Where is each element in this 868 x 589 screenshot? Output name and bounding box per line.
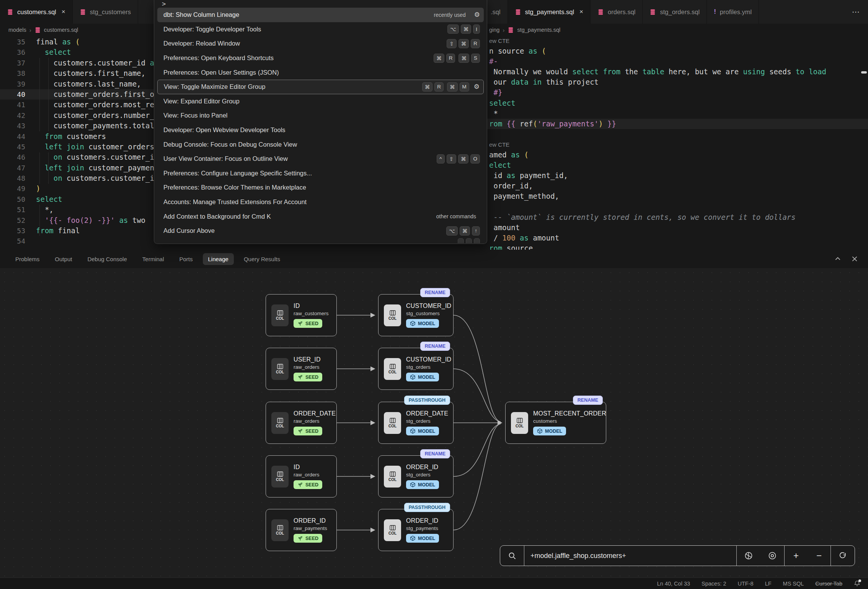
line-number: 42 bbox=[0, 110, 25, 121]
database-icon bbox=[515, 9, 521, 15]
tab-stg-orders.sql[interactable]: stg_orders.sql bbox=[643, 0, 707, 24]
lineage-node-raw_customers-id[interactable]: COLIDraw_customersSEED bbox=[266, 294, 337, 336]
edge-type-badge: RENAME bbox=[420, 342, 450, 351]
command-palette-input[interactable]: > bbox=[154, 0, 487, 8]
cube-icon bbox=[410, 482, 416, 488]
palette-item[interactable]: Developer: Toggle Developer Tools⌥⌘I bbox=[157, 22, 484, 37]
gear-icon[interactable]: ⚙ bbox=[474, 11, 480, 19]
lineage-node-stg_customers-customer_id[interactable]: RENAMECOLCUSTOMER_IDstg_customersMODEL bbox=[378, 294, 454, 336]
lineage-graph[interactable]: + − COLIDraw_customersSEEDCOLUSER_IDraw_… bbox=[0, 268, 868, 578]
palette-item[interactable]: dbt: Show Column Lineagerecently used⚙ bbox=[157, 8, 484, 22]
status-utf-8[interactable]: UTF-8 bbox=[738, 581, 754, 587]
palette-item[interactable]: View: Expand Editor Group bbox=[157, 94, 484, 109]
zoom-out-button[interactable]: − bbox=[808, 546, 830, 566]
refresh-icon[interactable] bbox=[830, 546, 855, 566]
panel-tab-lineage[interactable]: Lineage bbox=[203, 253, 234, 265]
line-number: 50 bbox=[0, 194, 25, 205]
status-ms-sql[interactable]: MS SQL bbox=[783, 581, 804, 587]
tab-stg-payments.sql[interactable]: stg_payments.sql× bbox=[508, 0, 591, 24]
status-ln-40-col-33[interactable]: Ln 40, Col 33 bbox=[657, 581, 690, 587]
line-number: 49 bbox=[0, 183, 25, 194]
seedling-icon bbox=[297, 321, 303, 326]
panel-tab-output[interactable]: Output bbox=[49, 253, 77, 265]
zoom-in-button[interactable]: + bbox=[784, 546, 808, 566]
columns-icon bbox=[390, 418, 396, 423]
keybinding-chip: ⌘ bbox=[460, 226, 470, 236]
palette-item[interactable]: Debug Console: Focus on Debug Console Vi… bbox=[157, 137, 484, 152]
status-spaces-2[interactable]: Spaces: 2 bbox=[702, 581, 726, 587]
palette-item[interactable]: View: Toggle Maximize Editor Group⌘R⌘M⚙ bbox=[157, 80, 484, 94]
palette-item[interactable]: User View Container: Focus on Outline Vi… bbox=[157, 152, 484, 166]
edge-type-badge: RENAME bbox=[573, 396, 603, 405]
lineage-node-customers-most_recent_order[interactable]: RENAMECOLMOST_RECENT_ORDERcustomersMODEL bbox=[505, 402, 606, 444]
gear-icon[interactable]: ⚙ bbox=[474, 83, 480, 91]
codelens[interactable]: ew CTE bbox=[489, 36, 826, 46]
tab-label: .sql bbox=[491, 8, 501, 16]
search-icon bbox=[500, 546, 524, 566]
line-number: 53 bbox=[0, 226, 25, 236]
panel-tab-debug-console[interactable]: Debug Console bbox=[82, 253, 132, 265]
tab-customers.sql[interactable]: customers.sql× bbox=[0, 0, 73, 24]
palette-item[interactable]: Preferences: Open User Settings (JSON) bbox=[157, 65, 484, 80]
node-body: ORDER_DATEstg_ordersMODEL bbox=[406, 410, 448, 435]
eye-icon[interactable] bbox=[760, 546, 784, 566]
palette-item[interactable]: View: Focus into Panel bbox=[157, 108, 484, 123]
more-tabs-icon[interactable]: ⋯ bbox=[844, 0, 868, 24]
node-title: CUSTOMER_ID bbox=[406, 303, 451, 309]
lineage-node-stg_payments-order_id[interactable]: PASSTHROUGHCOLORDER_IDstg_paymentsMODEL bbox=[378, 509, 454, 551]
palette-item[interactable]: Add Cursor Above⌥⌘↑ bbox=[157, 224, 484, 238]
status-lf[interactable]: LF bbox=[765, 581, 772, 587]
panel-close-icon[interactable] bbox=[851, 255, 858, 262]
breadcrumb-file[interactable]: stg_payments.sql bbox=[517, 27, 560, 33]
tab-orders.sql[interactable]: orders.sql bbox=[591, 0, 643, 24]
palette-item[interactable]: Accounts: Manage Trusted Extensions For … bbox=[157, 195, 484, 209]
node-body: ORDER_DATEraw_ordersSEED bbox=[294, 410, 336, 435]
tab-profiles.yml[interactable]: !profiles.yml bbox=[707, 0, 759, 24]
code-editor[interactable]: final as ( select customers.customer_id … bbox=[36, 37, 158, 247]
aperture-icon[interactable] bbox=[736, 546, 760, 566]
palette-item[interactable]: Add Context to Background for Cmd Kother… bbox=[157, 209, 484, 224]
code-line: our data in this project bbox=[489, 77, 826, 87]
lineage-node-raw_payments-order_id[interactable]: COLORDER_IDraw_paymentsSEED bbox=[266, 509, 337, 551]
palette-item[interactable]: Preferences: Browse Color Themes in Mark… bbox=[157, 180, 484, 195]
lineage-node-raw_orders-id[interactable]: COLIDraw_ordersSEED bbox=[266, 455, 337, 497]
breadcrumb-file[interactable]: customers.sql bbox=[44, 27, 78, 33]
close-icon[interactable]: × bbox=[62, 8, 65, 16]
panel-tabs: ProblemsOutputDebug ConsoleTerminalPorts… bbox=[10, 253, 286, 265]
panel-tab-terminal[interactable]: Terminal bbox=[137, 253, 170, 265]
panel-maximize-icon[interactable] bbox=[834, 255, 841, 262]
code-editor[interactable]: ew CTEn source as (#- Normally we would … bbox=[489, 36, 826, 250]
palette-item[interactable]: Preferences: Open Keyboard Shortcuts⌘R⌘S bbox=[157, 51, 484, 65]
close-icon[interactable]: × bbox=[579, 8, 583, 16]
line-number: 47 bbox=[0, 163, 25, 173]
palette-item[interactable]: Preferences: Configure Language Specific… bbox=[157, 166, 484, 181]
scrollbar-thumb[interactable] bbox=[861, 71, 867, 74]
breadcrumb-folder[interactable]: ging bbox=[489, 27, 499, 33]
notifications-bell-icon[interactable] bbox=[854, 580, 860, 587]
codelens[interactable]: ew CTE bbox=[489, 139, 826, 150]
palette-item-partial bbox=[157, 238, 484, 243]
lineage-search-input[interactable] bbox=[524, 546, 736, 566]
keybinding-group: ^⇧⌘O bbox=[437, 154, 480, 164]
breadcrumb[interactable]: ging›stg_payments.sql bbox=[441, 24, 868, 36]
lineage-node-stg_orders-order_id[interactable]: RENAMECOLORDER_IDstg_ordersMODEL bbox=[378, 455, 454, 497]
panel-tab-query-results[interactable]: Query Results bbox=[238, 253, 286, 265]
lineage-node-raw_orders-order_date[interactable]: COLORDER_DATEraw_ordersSEED bbox=[266, 402, 337, 444]
tab-stg-customers[interactable]: stg_customers bbox=[73, 0, 138, 24]
command-palette-list: dbt: Show Column Lineagerecently used⚙De… bbox=[154, 8, 487, 243]
lineage-node-raw_orders-user_id[interactable]: COLUSER_IDraw_ordersSEED bbox=[266, 348, 337, 390]
panel-tab-ports[interactable]: Ports bbox=[174, 253, 198, 265]
lineage-node-stg_orders-customer_id[interactable]: RENAMECOLCUSTOMER_IDstg_ordersMODEL bbox=[378, 348, 454, 390]
line-number: 48 bbox=[0, 173, 25, 183]
database-icon bbox=[649, 9, 656, 15]
lineage-node-stg_orders-order_date[interactable]: PASSTHROUGHCOLORDER_DATEstg_ordersMODEL bbox=[378, 402, 454, 444]
status-cursor-tab[interactable]: Cursor Tab bbox=[815, 581, 842, 587]
palette-item[interactable]: Developer: Open Webview Developer Tools bbox=[157, 123, 484, 137]
columns-icon bbox=[390, 525, 396, 530]
node-body: MOST_RECENT_ORDERcustomersMODEL bbox=[533, 410, 606, 435]
breadcrumb-folder[interactable]: models bbox=[8, 27, 26, 33]
node-title: ID bbox=[294, 464, 322, 471]
palette-item[interactable]: Developer: Reload Window⇧⌘R bbox=[157, 36, 484, 51]
panel-tab-problems[interactable]: Problems bbox=[10, 253, 45, 265]
column-badge: COL bbox=[271, 519, 289, 541]
